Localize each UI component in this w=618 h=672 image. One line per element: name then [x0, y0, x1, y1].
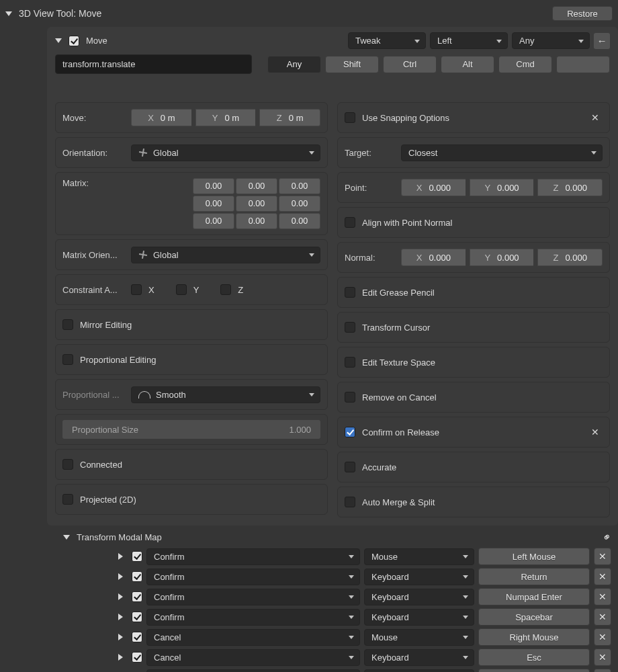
matrix-grid: 0.00 0.00 0.00 0.00 0.00 0.00 0.00 0.00 …	[193, 178, 320, 229]
expand-row-icon[interactable]	[118, 654, 128, 661]
auto-merge-checkbox[interactable]	[345, 497, 355, 507]
keymap-action-select[interactable]: Cancel	[146, 649, 360, 666]
tool-any-select[interactable]: Any	[512, 32, 590, 49]
target-select[interactable]: Closest	[401, 144, 603, 161]
edit-texture-space-checkbox[interactable]	[345, 357, 355, 368]
matrix-cell[interactable]: 0.00	[279, 196, 320, 212]
normal-x-field[interactable]: X0.000	[401, 249, 466, 266]
keymap-enabled-checkbox[interactable]	[132, 652, 142, 663]
keymap-device-select[interactable]: Keyboard	[364, 569, 474, 585]
keymap-key-button[interactable]: Spacebar	[478, 608, 590, 626]
matrix-cell[interactable]: 0.00	[279, 213, 320, 229]
keymap-remove-button[interactable]: ✕	[594, 669, 611, 672]
expand-row-icon[interactable]	[118, 553, 128, 560]
connected-checkbox[interactable]	[62, 459, 73, 470]
move-z-field[interactable]: Z0 m	[259, 109, 320, 126]
mod-alt-button[interactable]: Alt	[441, 56, 494, 73]
keymap-device-select[interactable]: Mouse	[364, 629, 474, 646]
keymap-key-button[interactable]: Right Mouse	[478, 628, 590, 646]
keymap-action-select[interactable]: X Axis	[146, 669, 360, 673]
proportional-size-field[interactable]: Proportional Size 1.000	[62, 420, 320, 439]
keymap-action-select[interactable]: Confirm	[146, 548, 360, 565]
restore-button[interactable]: Restore	[552, 6, 613, 21]
point-z-field[interactable]: Z0.000	[537, 179, 603, 196]
projected-checkbox[interactable]	[62, 494, 73, 505]
keymap-remove-button[interactable]: ✕	[594, 608, 611, 626]
mod-blank-button[interactable]	[556, 56, 610, 73]
close-icon[interactable]: ✕	[588, 110, 603, 125]
keymap-action-select[interactable]: Confirm	[146, 569, 360, 585]
mod-cmd-button[interactable]: Cmd	[498, 56, 552, 73]
keymap-device-select[interactable]: Keyboard	[364, 649, 474, 666]
keymap-device-select[interactable]: Mouse	[364, 548, 474, 565]
orientation-select[interactable]: Global	[131, 144, 320, 161]
use-snapping-checkbox[interactable]	[345, 112, 355, 123]
keymap-key-button[interactable]: Return	[478, 568, 590, 585]
normal-z-field[interactable]: Z0.000	[537, 249, 603, 266]
keymap-enabled-checkbox[interactable]	[132, 551, 142, 562]
keymap-enabled-checkbox[interactable]	[132, 571, 142, 582]
keymap-device-select[interactable]: Keyboard	[364, 589, 474, 605]
normal-y-field[interactable]: Y0.000	[470, 249, 534, 266]
keymap-remove-button[interactable]: ✕	[594, 548, 611, 565]
back-arrow-icon[interactable]: ←	[594, 33, 610, 49]
point-y-field[interactable]: Y0.000	[470, 179, 534, 196]
transform-cursor-checkbox[interactable]	[345, 322, 355, 333]
constraint-y-checkbox[interactable]	[176, 284, 187, 295]
move-y-field[interactable]: Y0 m	[195, 109, 256, 126]
keymap-key-button[interactable]: X	[478, 669, 590, 672]
matrix-cell[interactable]: 0.00	[236, 213, 277, 229]
expand-row-icon[interactable]	[118, 593, 128, 600]
expand-row-icon[interactable]	[118, 573, 128, 580]
matrix-cell[interactable]: 0.00	[236, 178, 277, 194]
tool-hand-select[interactable]: Left	[430, 32, 508, 49]
keymap-device-select[interactable]: Keyboard	[364, 609, 474, 626]
collapse-tool-icon[interactable]	[55, 38, 62, 43]
move-x-field[interactable]: X0 m	[131, 109, 191, 126]
proportional-editing-checkbox[interactable]	[62, 354, 73, 365]
keymap-enabled-checkbox[interactable]	[132, 591, 142, 602]
operator-id-input[interactable]: transform.translate	[55, 54, 252, 74]
matrix-orientation-select[interactable]: Global	[131, 247, 320, 263]
expand-row-icon[interactable]	[118, 634, 128, 640]
link-icon[interactable]: ⚭	[599, 530, 614, 545]
constraint-x-checkbox[interactable]	[131, 284, 142, 295]
keymap-action-select[interactable]: Confirm	[146, 609, 360, 626]
constraint-z-checkbox[interactable]	[220, 284, 231, 295]
matrix-cell[interactable]: 0.00	[236, 196, 277, 212]
mod-ctrl-button[interactable]: Ctrl	[383, 56, 437, 73]
align-point-normal-checkbox[interactable]	[345, 217, 355, 228]
matrix-cell[interactable]: 0.00	[193, 178, 234, 194]
proportional-falloff-select[interactable]: Smooth	[131, 386, 320, 403]
collapse-modal-map-icon[interactable]	[63, 535, 70, 540]
keymap-enabled-checkbox[interactable]	[132, 612, 142, 622]
mirror-editing-checkbox[interactable]	[62, 319, 73, 330]
keymap-device-select[interactable]: Keyboard	[364, 669, 474, 673]
edit-texture-space-label: Edit Texture Space	[362, 358, 435, 368]
tool-enabled-checkbox[interactable]	[69, 36, 79, 46]
keymap-remove-button[interactable]: ✕	[594, 648, 611, 666]
remove-on-cancel-checkbox[interactable]	[345, 392, 355, 403]
keymap-action-select[interactable]: Cancel	[146, 629, 360, 646]
matrix-cell[interactable]: 0.00	[279, 178, 320, 194]
mod-shift-button[interactable]: Shift	[325, 56, 379, 73]
expand-row-icon[interactable]	[118, 614, 128, 620]
collapse-header-icon[interactable]	[5, 11, 12, 16]
keymap-key-button[interactable]: Esc	[478, 648, 590, 666]
confirm-on-release-checkbox[interactable]	[345, 427, 355, 437]
matrix-cell[interactable]: 0.00	[193, 196, 234, 212]
matrix-cell[interactable]: 0.00	[193, 213, 234, 229]
keymap-key-button[interactable]: Left Mouse	[478, 548, 590, 565]
keymap-key-button[interactable]: Numpad Enter	[478, 588, 590, 605]
keymap-remove-button[interactable]: ✕	[594, 588, 611, 605]
tool-mode-select[interactable]: Tweak	[348, 32, 426, 49]
edit-grease-pencil-checkbox[interactable]	[345, 287, 355, 298]
keymap-remove-button[interactable]: ✕	[594, 628, 611, 646]
keymap-remove-button[interactable]: ✕	[594, 568, 611, 585]
accurate-checkbox[interactable]	[345, 462, 355, 472]
keymap-enabled-checkbox[interactable]	[132, 632, 142, 642]
point-x-field[interactable]: X0.000	[401, 179, 466, 196]
keymap-action-select[interactable]: Confirm	[146, 589, 360, 605]
close-icon[interactable]: ✕	[588, 425, 603, 439]
mod-any-button[interactable]: Any	[267, 56, 321, 73]
